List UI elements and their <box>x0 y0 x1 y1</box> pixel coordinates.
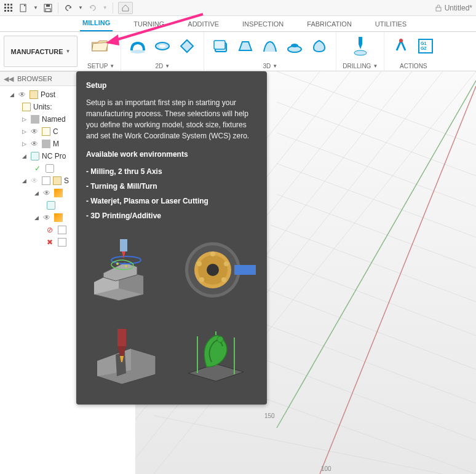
ribbon-group-2d: 2D ▼ <box>121 32 204 71</box>
svg-line-35 <box>258 286 476 369</box>
tree-label: C <box>53 127 58 136</box>
svg-line-46 <box>277 81 476 428</box>
tooltip-avail: Available work environments <box>86 149 257 160</box>
ribbon-group-setup: SETUP ▼ <box>81 32 121 71</box>
tab-additive[interactable]: ADDITIVE <box>185 17 221 31</box>
dropdown-caret-icon[interactable]: ▼ <box>78 5 83 10</box>
tooltip-title: Setup <box>86 80 257 91</box>
ribbon-label-setup[interactable]: SETUP ▼ <box>87 63 114 69</box>
chevron-down-icon: ▼ <box>272 63 277 69</box>
quick-access-toolbar: ▼ ▼ ▼ Untitled* <box>0 0 476 16</box>
svg-point-61 <box>197 261 202 266</box>
tooltip-setup: Setup Setup is an important first step i… <box>76 71 267 405</box>
apps-icon[interactable] <box>4 3 14 13</box>
dropdown-caret-icon[interactable]: ▼ <box>33 5 38 10</box>
ribbon-group-actions: G1G2 ACTIONS <box>384 32 442 71</box>
tooltip-env-4: - 3D Printing/Additive <box>86 210 257 221</box>
ribbon-label-actions[interactable]: ACTIONS <box>400 63 427 69</box>
warning-icon: ⊘ <box>47 226 55 234</box>
svg-text:G1: G1 <box>421 41 426 45</box>
svg-rect-12 <box>46 9 50 12</box>
svg-point-23 <box>399 39 403 42</box>
svg-line-29 <box>277 102 476 176</box>
svg-point-50 <box>116 263 119 265</box>
tooltip-env-1: - Milling, 2 thru 5 Axis <box>86 166 257 177</box>
tree-label: S <box>64 176 69 185</box>
home-tab-icon[interactable] <box>118 2 133 14</box>
svg-rect-6 <box>4 10 6 12</box>
2d-icon-1[interactable] <box>127 36 148 57</box>
check-icon: ✓ <box>34 164 43 173</box>
chevron-down-icon: ▼ <box>373 63 378 69</box>
workspace-switcher[interactable]: MANUFACTURE ▼ <box>4 36 77 67</box>
lock-icon <box>435 4 442 12</box>
setup-folder-icon[interactable] <box>90 36 111 57</box>
3d-icon-2[interactable] <box>235 36 256 57</box>
tooltip-image-turning <box>174 230 257 310</box>
2d-icon-3[interactable] <box>177 36 197 57</box>
svg-line-37 <box>234 348 476 440</box>
browser-title: BROWSER <box>17 75 52 82</box>
tree-label: NC Pro <box>42 152 66 160</box>
redo-icon[interactable] <box>88 3 98 13</box>
ribbon-label-3d[interactable]: 3D ▼ <box>263 63 277 69</box>
tab-inspection[interactable]: INSPECTION <box>240 17 286 31</box>
tooltip-env-2: - Turning & Mill/Turn <box>86 181 257 192</box>
svg-point-67 <box>217 336 223 342</box>
workspace-tabs: MILLING TURNING ADDITIVE INSPECTION FABR… <box>0 16 476 32</box>
ribbon-label-2d[interactable]: 2D ▼ <box>155 63 170 69</box>
tab-utilities[interactable]: UTILITIES <box>373 17 409 31</box>
tooltip-body: Setup is an important first step in star… <box>86 97 257 141</box>
svg-text:G2: G2 <box>421 46 426 50</box>
new-file-icon[interactable] <box>18 3 28 13</box>
svg-rect-3 <box>4 7 6 9</box>
ribbon-toolbar: MANUFACTURE ▼ SETUP ▼ 2D ▼ <box>0 32 476 71</box>
svg-rect-4 <box>7 7 9 9</box>
tooltip-env-3: - Waterjet, Plasma or Laser Cutting <box>86 196 257 207</box>
axis-tick: 150 <box>264 413 275 419</box>
separator <box>113 2 113 14</box>
tooltip-image-cutting <box>86 315 169 395</box>
3d-icon-3[interactable] <box>260 36 280 57</box>
tree-label: Units: <box>33 103 52 111</box>
ribbon-group-3d: 3D ▼ <box>204 32 336 71</box>
svg-line-32 <box>277 194 476 268</box>
tab-turning[interactable]: TURNING <box>131 17 167 31</box>
svg-line-28 <box>277 71 476 145</box>
svg-line-33 <box>271 225 476 302</box>
chevron-down-icon: ▼ <box>165 63 170 69</box>
ribbon-group-drilling: DRILLING ▼ <box>336 32 384 71</box>
svg-rect-2 <box>10 4 12 6</box>
svg-point-56 <box>207 264 219 276</box>
tree-label: M <box>53 140 59 148</box>
document-title: Untitled* <box>435 4 472 12</box>
tooltip-image-additive <box>174 315 257 395</box>
dropdown-caret-icon[interactable]: ▼ <box>103 5 108 10</box>
svg-rect-18 <box>214 41 225 49</box>
3d-icon-4[interactable] <box>284 36 305 57</box>
actions-icon-1[interactable] <box>391 36 411 57</box>
drilling-icon[interactable] <box>350 36 371 57</box>
svg-point-58 <box>224 261 229 266</box>
save-icon[interactable] <box>43 3 53 13</box>
chevron-down-icon: ▼ <box>66 49 71 54</box>
svg-rect-5 <box>10 7 12 9</box>
title-text: Untitled* <box>445 4 472 12</box>
collapse-left-icon[interactable]: ◀◀ <box>4 75 14 83</box>
tab-fabrication[interactable]: FABRICATION <box>304 17 354 31</box>
3d-icon-5[interactable] <box>309 36 330 57</box>
svg-point-59 <box>221 277 226 282</box>
svg-point-60 <box>199 277 204 282</box>
ribbon-label-drilling[interactable]: DRILLING ▼ <box>343 63 378 69</box>
svg-rect-0 <box>4 4 6 6</box>
svg-rect-8 <box>10 10 12 12</box>
svg-line-39 <box>154 416 443 474</box>
svg-rect-1 <box>7 4 9 6</box>
tree-label: Named <box>42 115 66 124</box>
undo-icon[interactable] <box>63 3 73 13</box>
3d-icon-1[interactable] <box>210 36 231 57</box>
tab-milling[interactable]: MILLING <box>80 15 113 31</box>
axis-tick: 100 <box>321 465 331 472</box>
2d-icon-2[interactable] <box>152 36 173 57</box>
actions-icon-2[interactable]: G1G2 <box>415 36 436 57</box>
